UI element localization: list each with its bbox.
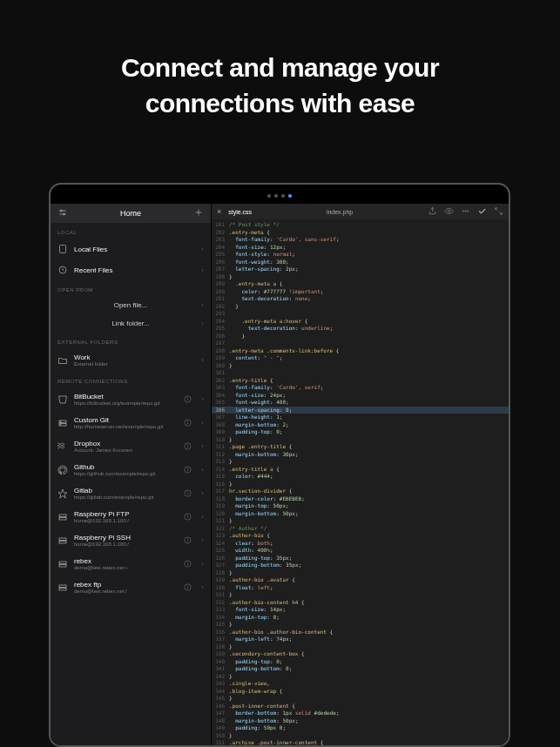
remote-connection-row[interactable]: Gitlabhttps://gitlab.com/example/repo.gi… [51,481,211,505]
sidebar-header: Home [51,204,211,223]
local-files-row[interactable]: Local Files › [51,239,211,259]
code-line: 327 padding-bottom: 35px; [212,562,509,569]
info-icon[interactable] [183,535,193,546]
chevron-right-icon: › [201,513,204,521]
code-line: 296 } [212,333,509,340]
share-icon[interactable] [428,206,437,217]
code-line: 322/* Author */ [212,525,509,533]
code-line: 337 margin-left: 74px; [212,636,509,643]
code-line: 306 letter-spacing: 0; [212,407,509,414]
check-icon[interactable] [477,206,487,217]
info-icon[interactable] [183,465,193,475]
chevron-right-icon: › [201,266,204,274]
info-icon[interactable] [183,418,193,428]
svg-rect-35 [59,541,66,543]
code-line: 315 color: #444; [212,473,509,481]
connection-icon [57,535,68,546]
chevron-right-icon: › [201,536,204,544]
remote-connection-row[interactable]: Githubhttps://github.com/example/repo.gi… [51,458,211,481]
remote-sub: demo@test.rebex.net:~ [74,565,177,570]
info-icon[interactable] [183,559,193,569]
code-line: 302.entry-title { [212,377,509,385]
code-line: 344.blog-item-wrap { [212,688,509,696]
remote-connection-row[interactable]: Raspberry Pi SSHhome@192.168.1.100:/› [51,528,211,552]
chevron-right-icon: › [201,442,204,450]
info-icon[interactable] [183,488,193,499]
recent-files-row[interactable]: Recent Files › [51,259,211,280]
chevron-right-icon: › [201,583,204,591]
expand-icon[interactable] [494,206,503,217]
remote-connection-row[interactable]: BitBuckethttps://bitbucket.org/example/r… [51,387,211,411]
code-line: 328} [212,569,509,577]
code-line: 286 font-weight: 300; [212,259,509,266]
code-line: 336.author-bio .author-bio-content { [212,629,509,636]
chevron-right-icon: › [201,395,204,403]
remote-name: rebex ftp [74,581,177,589]
editor: × style.css index.php 281/* Post style *… [212,204,509,745]
code-line: 318 border-color: #EBEBEB; [212,495,509,503]
code-line: 351.archive .post-inner-content { [212,739,509,745]
code-line: 281/* Post style */ [212,221,509,229]
remote-connection-row[interactable]: DropboxAccount: James Kuronen› [51,434,211,458]
svg-rect-44 [59,585,66,588]
code-line: 334 margin-top: 0; [212,614,509,622]
info-icon[interactable] [183,582,193,593]
external-folder-row[interactable]: Work External folder › [51,348,211,372]
chevron-right-icon: › [201,356,204,364]
remote-name: Github [74,463,177,471]
code-line: 342} [212,673,509,681]
external-name: Work [74,353,193,361]
remote-connection-row[interactable]: rebexdemo@test.rebex.net:~› [51,552,211,575]
code-line: 350} [212,732,509,740]
add-icon[interactable] [193,207,204,219]
remote-connection-row[interactable]: Raspberry Pi FTPhome@192.168.1.100:/› [51,505,211,528]
code-view[interactable]: 281/* Post style */282.entry-meta {283 f… [212,219,509,745]
code-line: 303 font-family: 'Cardo', serif; [212,384,509,392]
remote-sub: home@192.168.1.100:/ [74,542,177,547]
code-line: 323.author-bio { [212,532,509,540]
code-line: 325 width: 400%; [212,547,509,555]
connection-icon [57,418,68,428]
svg-rect-45 [59,588,66,590]
code-line: 338} [212,643,509,651]
remote-sub: https://gitlab.com/example/repo.git [74,495,177,500]
code-line: 301 [212,369,509,377]
code-line: 284 font-size: 12px; [212,244,509,252]
code-line: 297 [212,340,509,347]
code-line: 285 font-style: normal; [212,251,509,259]
connection-icon [57,441,68,452]
connection-icon [57,465,68,475]
code-line: 300} [212,362,509,370]
code-line: 330 float: left; [212,584,509,592]
open-file-row[interactable]: Open file... › [51,296,211,314]
remote-sub: https://bitbucket.org/example/repo.git [74,400,177,406]
info-icon[interactable] [183,441,193,452]
info-icon[interactable] [183,394,193,405]
local-files-label: Local Files [74,246,193,253]
code-line: 348 margin-bottom: 50px; [212,717,509,725]
code-line: 305 font-weight: 400; [212,399,509,407]
tab-active[interactable]: style.css [228,209,252,215]
code-line: 312 margin-bottom: 30px; [212,451,509,459]
sidebar: Home LOCAL Local Files › Recent Files › … [51,204,212,745]
code-line: 329.author-bio .avatar { [212,576,509,584]
recent-files-label: Recent Files [74,266,193,274]
eye-icon[interactable] [444,206,454,217]
link-folder-row[interactable]: Link folder... › [51,314,211,333]
close-tab-icon[interactable]: × [217,207,221,216]
chevron-right-icon: › [201,246,204,253]
code-line: 304 font-size: 24px; [212,392,509,400]
code-line: 282.entry-meta { [212,229,509,237]
more-icon[interactable] [461,206,470,217]
code-line: 324 clear: both; [212,540,509,548]
chevron-right-icon: › [201,419,204,427]
info-icon[interactable] [183,512,193,522]
remote-connection-row[interactable]: rebex ftpdemo@test.rebex.net:/› [51,575,211,599]
svg-rect-40 [59,564,66,567]
remote-connection-row[interactable]: Custom Githttp://homeserver.net/example/… [51,411,211,434]
tab-inactive[interactable]: index.php [327,209,353,215]
connection-icon [57,559,68,569]
settings-icon[interactable] [57,207,68,219]
code-line: 349 padding: 50px 0; [212,724,509,732]
link-folder-label: Link folder... [111,320,149,327]
